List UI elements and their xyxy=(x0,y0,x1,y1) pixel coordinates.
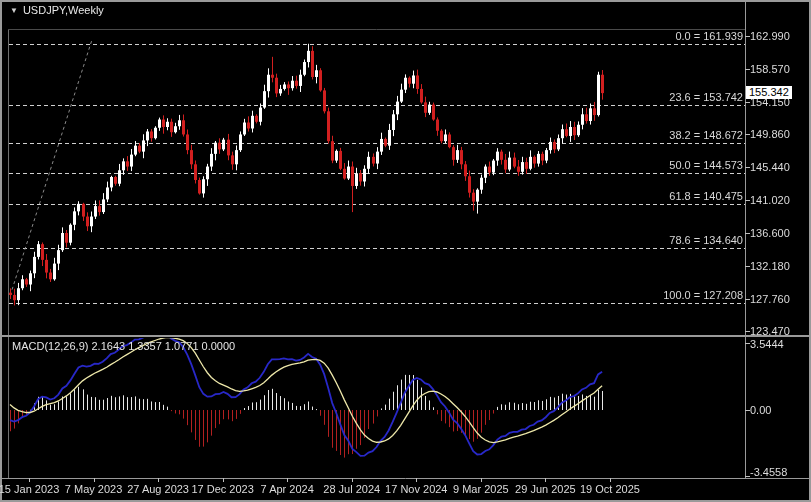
macd-tick-label: 3.5444 xyxy=(750,338,784,350)
date-tick-label: 17 Nov 2024 xyxy=(385,483,447,495)
chart-canvas[interactable] xyxy=(0,0,811,502)
fib-level-label: 23.6 = 153.742 xyxy=(669,91,743,103)
date-tick-label: 27 Aug 2023 xyxy=(127,483,189,495)
symbol-header[interactable]: ▼USDJPY,Weekly xyxy=(10,4,104,16)
price-tick-label: 158.570 xyxy=(750,63,790,75)
fib-level-label: 100.0 = 127.208 xyxy=(663,289,743,301)
price-tick-label: 136.600 xyxy=(750,227,790,239)
price-tick-label: 149.860 xyxy=(750,128,790,140)
chart-window: WikiFX ▼USDJPY,Weekly MACD(12,26,9) 2.16… xyxy=(0,0,811,502)
date-tick-label: 7 Apr 2024 xyxy=(261,483,314,495)
macd-indicator-label: MACD(12,26,9) 2.1643 1.3357 1.0771 0.000… xyxy=(12,340,235,352)
price-tick-label: 162.990 xyxy=(750,30,790,42)
price-tick-label: 123.470 xyxy=(750,325,790,337)
price-tick-label: 141.020 xyxy=(750,194,790,206)
fib-level-label: 38.2 = 148.672 xyxy=(669,129,743,141)
fib-level-label: 61.8 = 140.475 xyxy=(669,190,743,202)
date-tick-label: 28 Jul 2024 xyxy=(323,483,380,495)
date-tick-label: 29 Jun 2025 xyxy=(515,483,576,495)
date-tick-label: 9 Mar 2025 xyxy=(453,483,509,495)
price-tick-label: 132.180 xyxy=(750,260,790,272)
price-tick-label: 145.440 xyxy=(750,161,790,173)
fib-level-label: 50.0 = 144.573 xyxy=(669,159,743,171)
date-tick-label: 19 Oct 2025 xyxy=(580,483,640,495)
date-tick-label: 15 Jan 2023 xyxy=(0,483,59,495)
date-tick-label: 7 May 2023 xyxy=(65,483,122,495)
symbol-label: USDJPY,Weekly xyxy=(23,4,104,16)
macd-tick-label: 0.00 xyxy=(750,404,771,416)
current-price-tag: 155.342 xyxy=(746,86,792,99)
price-tick-label: 127.760 xyxy=(750,293,790,305)
fib-level-label: 0.0 = 161.939 xyxy=(675,30,743,42)
macd-tick-label: -3.4558 xyxy=(750,466,787,478)
dropdown-triangle-icon[interactable]: ▼ xyxy=(10,6,18,15)
fib-level-label: 78.6 = 134.640 xyxy=(669,234,743,246)
date-tick-label: 17 Dec 2023 xyxy=(191,483,253,495)
